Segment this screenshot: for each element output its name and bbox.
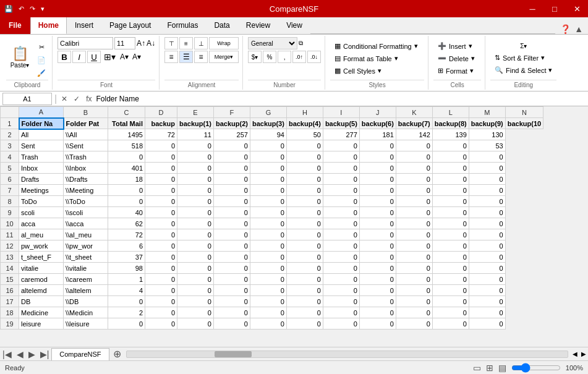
table-cell[interactable]: 0: [145, 163, 177, 174]
find-select-btn[interactable]: 🔍 Find & Select ▾: [490, 64, 556, 76]
horizontal-scroll-thumb[interactable]: [215, 351, 252, 357]
table-cell[interactable]: Total Mail: [108, 118, 145, 129]
table-cell[interactable]: 0: [250, 229, 286, 240]
table-cell[interactable]: 98: [108, 263, 145, 274]
table-cell[interactable]: 0: [359, 151, 396, 163]
table-cell[interactable]: 0: [359, 252, 396, 263]
table-cell[interactable]: backup(4): [286, 118, 323, 129]
table-cell[interactable]: 0: [323, 185, 359, 196]
font-size-input[interactable]: [114, 37, 135, 49]
table-cell[interactable]: 0: [250, 285, 286, 296]
table-cell[interactable]: 0: [432, 218, 469, 229]
add-sheet-btn[interactable]: ⊕: [111, 348, 124, 360]
table-cell[interactable]: 0: [469, 207, 505, 218]
minimize-btn[interactable]: ─: [521, 0, 543, 17]
table-cell[interactable]: 0: [177, 196, 214, 207]
table-cell[interactable]: 0: [396, 285, 432, 296]
table-cell[interactable]: 0: [250, 174, 286, 185]
table-cell[interactable]: \\Sent: [64, 140, 108, 151]
table-cell[interactable]: 0: [432, 274, 469, 285]
table-cell[interactable]: 0: [359, 263, 396, 274]
table-cell[interactable]: 0: [396, 140, 432, 151]
table-cell[interactable]: 0: [250, 307, 286, 318]
table-cell[interactable]: pw_work: [19, 240, 64, 252]
col-header-D[interactable]: D: [145, 107, 177, 118]
table-cell[interactable]: \\careem: [64, 274, 108, 285]
table-cell[interactable]: 0: [396, 218, 432, 229]
table-cell[interactable]: 0: [432, 296, 469, 307]
table-cell[interactable]: 0: [396, 318, 432, 329]
table-cell[interactable]: 0: [145, 274, 177, 285]
tab-insert[interactable]: Insert: [67, 17, 101, 34]
table-cell[interactable]: 0: [286, 274, 323, 285]
table-cell[interactable]: 518: [108, 140, 145, 151]
table-cell[interactable]: 0: [359, 163, 396, 174]
table-cell[interactable]: ToDo: [19, 196, 64, 207]
insert-cells-btn[interactable]: ➕ Insert ▾: [433, 40, 481, 52]
table-cell[interactable]: 0: [286, 318, 323, 329]
table-cell[interactable]: 0: [286, 229, 323, 240]
table-cell[interactable]: backup(5): [323, 118, 359, 129]
table-cell[interactable]: 0: [469, 218, 505, 229]
table-cell[interactable]: 0: [250, 151, 286, 163]
table-cell[interactable]: 0: [359, 196, 396, 207]
table-cell[interactable]: 0: [323, 163, 359, 174]
table-cell[interactable]: 0: [432, 207, 469, 218]
tab-formulas[interactable]: Formulas: [159, 17, 206, 34]
table-cell[interactable]: 0: [396, 263, 432, 274]
borders-btn[interactable]: ⊞▾: [102, 52, 117, 62]
table-cell[interactable]: \\leisure: [64, 318, 108, 329]
table-cell[interactable]: 0: [177, 318, 214, 329]
tab-file[interactable]: File: [0, 17, 30, 34]
row-header[interactable]: 13: [1, 252, 19, 263]
table-cell[interactable]: \\DB: [64, 296, 108, 307]
table-cell[interactable]: Sent: [19, 140, 64, 151]
save-quick-btn[interactable]: 💾: [2, 4, 15, 14]
wrap-text-btn[interactable]: Wrap: [209, 37, 239, 49]
table-cell[interactable]: 0: [469, 151, 505, 163]
close-btn[interactable]: ✕: [566, 0, 588, 17]
table-cell[interactable]: backup(8): [432, 118, 469, 129]
table-cell[interactable]: 0: [432, 229, 469, 240]
table-cell[interactable]: 142: [396, 129, 432, 140]
table-cell[interactable]: 0: [250, 252, 286, 263]
tab-prev-btn[interactable]: ◀: [14, 349, 26, 359]
table-cell[interactable]: 257: [213, 129, 250, 140]
col-header-G[interactable]: G: [250, 107, 286, 118]
table-cell[interactable]: 0: [396, 307, 432, 318]
table-cell[interactable]: 0: [286, 140, 323, 151]
table-cell[interactable]: 0: [469, 252, 505, 263]
table-cell[interactable]: 0: [396, 207, 432, 218]
table-cell[interactable]: 0: [432, 174, 469, 185]
cell-reference-box[interactable]: [2, 93, 52, 105]
table-cell[interactable]: leisure: [19, 318, 64, 329]
table-cell[interactable]: 0: [286, 218, 323, 229]
underline-btn[interactable]: U: [87, 51, 101, 63]
table-cell[interactable]: 0: [145, 218, 177, 229]
table-cell[interactable]: 0: [213, 185, 250, 196]
table-cell[interactable]: 0: [396, 185, 432, 196]
font-size-dec-btn[interactable]: A↓: [147, 39, 155, 48]
table-cell[interactable]: 401: [108, 163, 145, 174]
table-cell[interactable]: \\al_meu: [64, 229, 108, 240]
confirm-formula-icon[interactable]: ✓: [72, 95, 82, 103]
tab-view[interactable]: View: [278, 17, 310, 34]
table-cell[interactable]: 0: [323, 174, 359, 185]
table-cell[interactable]: 0: [213, 240, 250, 252]
font-color-btn[interactable]: A▾: [131, 53, 142, 61]
table-cell[interactable]: 0: [286, 185, 323, 196]
table-cell[interactable]: 0: [323, 218, 359, 229]
conditional-formatting-btn[interactable]: ▦ Conditional Formatting ▾: [330, 40, 424, 52]
sheet-tab-comparensf[interactable]: CompareNSF: [51, 348, 109, 360]
page-break-view-btn[interactable]: ▤: [498, 363, 506, 373]
table-cell[interactable]: 0: [213, 263, 250, 274]
table-cell[interactable]: 139: [432, 129, 469, 140]
table-cell[interactable]: 0: [177, 140, 214, 151]
table-cell[interactable]: 0: [250, 296, 286, 307]
horizontal-scrollbar[interactable]: [126, 351, 568, 358]
table-cell[interactable]: 0: [469, 285, 505, 296]
table-cell[interactable]: 53: [469, 140, 505, 151]
table-cell[interactable]: \\Meeting: [64, 185, 108, 196]
table-cell[interactable]: 0: [286, 263, 323, 274]
table-cell[interactable]: \\acca: [64, 218, 108, 229]
